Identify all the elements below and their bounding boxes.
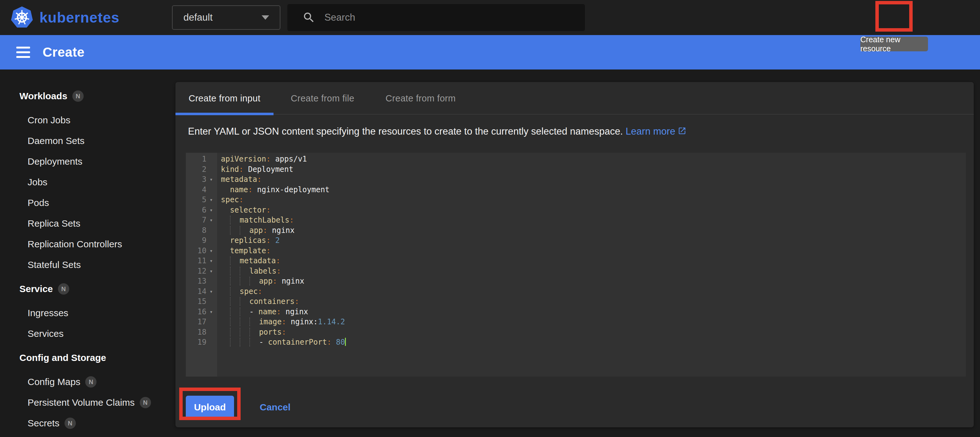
editor-gutter-line: 18 [186, 327, 217, 337]
editor-gutter-line: 7▾ [186, 215, 217, 225]
fold-arrow-icon: ▾ [207, 217, 216, 223]
editor-code-line: template: [221, 246, 966, 256]
sidebar-item-label: Config Maps [27, 377, 80, 387]
sidebar-item-secrets[interactable]: SecretsN [0, 413, 175, 434]
sidebar-item-pods[interactable]: Pods [0, 193, 175, 213]
sidebar-item-ingresses[interactable]: Ingresses [0, 303, 175, 323]
new-badge: N [65, 418, 76, 429]
sidebar-item-replica-sets[interactable]: Replica Sets [0, 213, 175, 234]
sidebar-item-label: Replica Sets [27, 218, 80, 229]
editor-gutter-line: 10▾ [186, 246, 217, 256]
learn-more-link[interactable]: Learn more [626, 126, 687, 137]
tab-create-from-input[interactable]: Create from input [175, 82, 274, 115]
fold-arrow-icon: ▾ [207, 207, 216, 213]
editor-code-line: - name: nginx [221, 307, 966, 317]
editor-gutter-line: 8 [186, 225, 217, 236]
yaml-editor[interactable]: 123▾45▾6▾7▾8910▾11▾12▾1314▾1516▾171819 a… [186, 153, 966, 377]
sidebar-item-label: Service [19, 283, 53, 294]
editor-code-line: app: nginx [221, 276, 966, 287]
editor-gutter-line: 13 [186, 276, 217, 287]
sidebar-item-stateful-sets[interactable]: Stateful Sets [0, 255, 175, 275]
editor-code-line: metadata: [221, 256, 966, 266]
sidebar-item-label: Ingresses [27, 308, 68, 318]
hamburger-icon [16, 47, 30, 49]
sidebar-item-label: Workloads [19, 91, 67, 101]
sidebar-item-label: Replication Controllers [27, 239, 122, 250]
fold-arrow-icon: ▾ [207, 258, 216, 264]
tab-create-from-file[interactable]: Create from file [274, 82, 372, 115]
editor-gutter-line: 2 [186, 164, 217, 175]
search-bar[interactable] [287, 4, 585, 31]
form-actions: Upload Cancel [186, 387, 290, 427]
upload-button[interactable]: Upload [186, 396, 234, 419]
text-cursor [345, 338, 346, 346]
fold-arrow-icon: ▾ [207, 288, 216, 294]
sidebar-item-daemon-sets[interactable]: Daemon Sets [0, 131, 175, 151]
editor-gutter: 123▾45▾6▾7▾8910▾11▾12▾1314▾1516▾171819 [186, 153, 217, 377]
editor-gutter-line: 9 [186, 235, 217, 246]
new-badge: N [72, 90, 84, 102]
sidebar-item-label: Stateful Sets [27, 260, 81, 270]
sidebar-item-label: Pods [27, 198, 49, 208]
new-badge: N [140, 397, 151, 408]
kubernetes-logo-icon [10, 6, 34, 29]
editor-gutter-line: 17 [186, 317, 217, 327]
create-card: Create from inputCreate from fileCreate … [175, 82, 974, 427]
sidebar-item-persistent-volume-claims[interactable]: Persistent Volume ClaimsN [0, 392, 175, 413]
editor-code-line: image: nginx:1.14.2 [221, 317, 966, 327]
fold-arrow-icon: ▾ [207, 268, 216, 274]
cancel-button[interactable]: Cancel [260, 402, 290, 413]
sidebar-item-workloads[interactable]: WorkloadsN [0, 86, 175, 106]
editor-code-line: metadata: [221, 174, 966, 185]
create-new-resource-tooltip: Create new resource [860, 36, 928, 51]
editor-code-line: selector: [221, 205, 966, 215]
editor-gutter-line: 1 [186, 154, 217, 164]
sidebar-item-deployments[interactable]: Deployments [0, 151, 175, 172]
sidebar-item-cron-jobs[interactable]: Cron Jobs [0, 110, 175, 131]
sidebar-item-replication-controllers[interactable]: Replication Controllers [0, 234, 175, 255]
editor-code-line: kind: Deployment [221, 164, 966, 175]
editor-gutter-line: 19 [186, 337, 217, 347]
editor-code-line: replicas: 2 [221, 235, 966, 246]
editor-gutter-line: 6▾ [186, 205, 217, 215]
sidebar-item-label: Config and Storage [19, 353, 106, 363]
editor-code-line: containers: [221, 296, 966, 307]
kubernetes-brand[interactable]: kubernetes [10, 6, 119, 29]
top-bar: kubernetes default [0, 0, 980, 35]
sidebar-item-label: Daemon Sets [27, 136, 84, 146]
fold-arrow-icon: ▾ [207, 196, 216, 203]
page-title: Create [43, 45, 84, 60]
app-bar: Create [0, 35, 980, 70]
search-icon [302, 11, 315, 24]
sidebar-item-jobs[interactable]: Jobs [0, 172, 175, 193]
sidebar-item-label: Jobs [27, 177, 47, 187]
namespace-select[interactable]: default [172, 5, 280, 30]
editor-gutter-line: 15 [186, 296, 217, 307]
sidebar-item-label: Secrets [27, 418, 59, 429]
tab-bar: Create from inputCreate from fileCreate … [175, 82, 974, 115]
create-description: Enter YAML or JSON content specifying th… [175, 115, 974, 137]
sidebar-item-label: Services [27, 328, 64, 339]
sidebar-item-service[interactable]: ServiceN [0, 279, 175, 299]
sidebar-item-label: Cron Jobs [27, 115, 70, 125]
editor-gutter-line: 12▾ [186, 266, 217, 276]
search-input[interactable] [324, 12, 569, 23]
editor-gutter-line: 5▾ [186, 195, 217, 205]
sidebar-item-label: Deployments [27, 156, 83, 167]
fold-arrow-icon: ▾ [207, 176, 216, 182]
sidebar-item-services[interactable]: Services [0, 323, 175, 344]
editor-code-line: spec: [221, 287, 966, 297]
editor-code-line: - containerPort: 80 [221, 337, 966, 347]
description-text: Enter YAML or JSON content specifying th… [188, 126, 623, 137]
editor-code-line: apiVersion: apps/v1 [221, 154, 966, 164]
brand-title: kubernetes [40, 9, 119, 26]
editor-gutter-line: 16▾ [186, 307, 217, 317]
sidebar-item-config-maps[interactable]: Config MapsN [0, 372, 175, 392]
menu-button[interactable] [16, 47, 30, 58]
editor-code-area: apiVersion: apps/v1kind: Deploymentmetad… [217, 153, 966, 377]
new-badge: N [58, 283, 69, 294]
chevron-down-icon [262, 15, 269, 20]
kubernetes-dashboard: kubernetes default Create Cre [0, 0, 980, 437]
sidebar-item-config-and-storage[interactable]: Config and Storage [0, 347, 175, 368]
tab-create-from-form[interactable]: Create from form [372, 82, 469, 115]
